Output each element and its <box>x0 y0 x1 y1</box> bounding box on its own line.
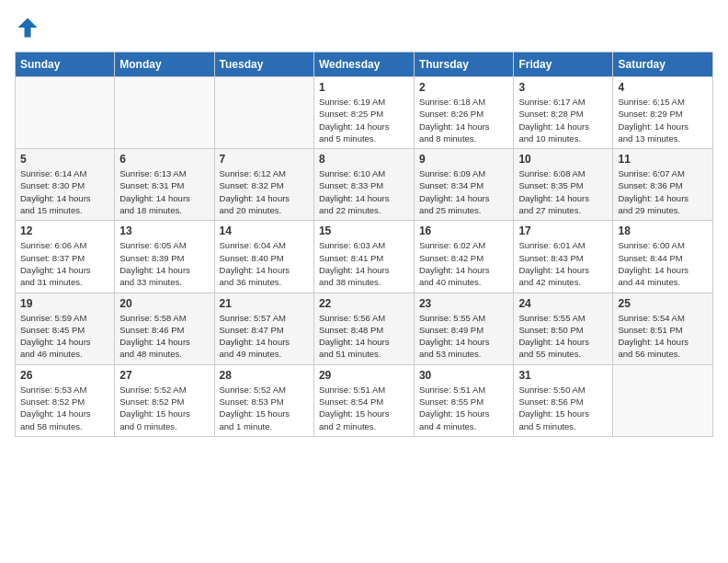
weekday-header-tuesday: Tuesday <box>214 52 313 77</box>
day-number: 20 <box>119 297 209 310</box>
weekday-header-sunday: Sunday <box>16 52 115 77</box>
calendar-cell: 19Sunrise: 5:59 AMSunset: 8:45 PMDayligh… <box>16 293 115 364</box>
weekday-header-monday: Monday <box>115 52 214 77</box>
day-number: 16 <box>419 224 509 237</box>
day-info: Sunrise: 5:56 AMSunset: 8:48 PMDaylight:… <box>319 312 409 361</box>
week-row-3: 12Sunrise: 6:06 AMSunset: 8:37 PMDayligh… <box>16 221 713 293</box>
calendar-cell: 16Sunrise: 6:02 AMSunset: 8:42 PMDayligh… <box>414 221 514 293</box>
calendar-cell: 21Sunrise: 5:57 AMSunset: 8:47 PMDayligh… <box>214 293 313 364</box>
weekday-header-thursday: Thursday <box>414 52 514 77</box>
day-info: Sunrise: 6:07 AMSunset: 8:36 PMDaylight:… <box>618 167 708 216</box>
day-number: 13 <box>119 224 209 237</box>
day-info: Sunrise: 6:15 AMSunset: 8:29 PMDaylight:… <box>618 96 708 144</box>
calendar-cell <box>16 77 115 149</box>
week-row-4: 19Sunrise: 5:59 AMSunset: 8:45 PMDayligh… <box>16 293 713 364</box>
day-number: 18 <box>618 224 708 237</box>
calendar-cell: 31Sunrise: 5:50 AMSunset: 8:56 PMDayligh… <box>514 364 613 436</box>
calendar-cell: 2Sunrise: 6:18 AMSunset: 8:26 PMDaylight… <box>414 77 514 149</box>
day-info: Sunrise: 6:00 AMSunset: 8:44 PMDaylight:… <box>618 239 708 288</box>
calendar-cell: 26Sunrise: 5:53 AMSunset: 8:52 PMDayligh… <box>16 364 115 436</box>
calendar-cell: 9Sunrise: 6:09 AMSunset: 8:34 PMDaylight… <box>414 149 514 221</box>
day-info: Sunrise: 6:19 AMSunset: 8:25 PMDaylight:… <box>319 96 409 144</box>
day-number: 23 <box>419 297 509 310</box>
calendar-cell: 8Sunrise: 6:10 AMSunset: 8:33 PMDaylight… <box>313 149 414 221</box>
day-info: Sunrise: 6:14 AMSunset: 8:30 PMDaylight:… <box>20 167 109 216</box>
calendar-cell: 23Sunrise: 5:55 AMSunset: 8:49 PMDayligh… <box>414 293 514 364</box>
day-info: Sunrise: 6:10 AMSunset: 8:33 PMDaylight:… <box>319 167 409 216</box>
day-info: Sunrise: 5:51 AMSunset: 8:55 PMDaylight:… <box>419 384 509 432</box>
day-info: Sunrise: 6:17 AMSunset: 8:28 PMDaylight:… <box>518 96 608 144</box>
weekday-header-friday: Friday <box>514 52 613 77</box>
day-info: Sunrise: 6:09 AMSunset: 8:34 PMDaylight:… <box>419 167 509 216</box>
day-number: 3 <box>518 81 608 94</box>
day-number: 4 <box>618 81 708 94</box>
day-info: Sunrise: 5:59 AMSunset: 8:45 PMDaylight:… <box>20 312 109 361</box>
day-number: 5 <box>20 153 109 166</box>
day-info: Sunrise: 6:04 AMSunset: 8:40 PMDaylight:… <box>220 239 309 288</box>
calendar-cell <box>115 77 214 149</box>
day-number: 2 <box>419 81 509 94</box>
weekday-header-row: SundayMondayTuesdayWednesdayThursdayFrid… <box>16 52 713 77</box>
calendar-cell: 27Sunrise: 5:52 AMSunset: 8:52 PMDayligh… <box>115 364 214 436</box>
weekday-header-saturday: Saturday <box>613 52 713 77</box>
calendar-cell <box>613 364 713 436</box>
day-info: Sunrise: 6:06 AMSunset: 8:37 PMDaylight:… <box>20 239 109 288</box>
day-number: 31 <box>518 369 608 382</box>
day-number: 12 <box>20 224 109 237</box>
calendar-cell: 20Sunrise: 5:58 AMSunset: 8:46 PMDayligh… <box>115 293 214 364</box>
day-number: 24 <box>518 297 608 310</box>
day-info: Sunrise: 6:08 AMSunset: 8:35 PMDaylight:… <box>518 167 608 216</box>
calendar-cell: 11Sunrise: 6:07 AMSunset: 8:36 PMDayligh… <box>613 149 713 221</box>
day-number: 6 <box>119 153 209 166</box>
day-number: 10 <box>518 153 608 166</box>
week-row-2: 5Sunrise: 6:14 AMSunset: 8:30 PMDaylight… <box>16 149 713 221</box>
calendar-cell: 6Sunrise: 6:13 AMSunset: 8:31 PMDaylight… <box>115 149 214 221</box>
day-number: 15 <box>319 224 409 237</box>
day-info: Sunrise: 5:53 AMSunset: 8:52 PMDaylight:… <box>20 384 109 432</box>
day-number: 26 <box>20 369 109 382</box>
day-info: Sunrise: 6:13 AMSunset: 8:31 PMDaylight:… <box>119 167 209 216</box>
page-header <box>15 15 713 40</box>
day-number: 25 <box>618 297 708 310</box>
svg-marker-0 <box>18 18 38 38</box>
day-number: 9 <box>419 153 509 166</box>
day-info: Sunrise: 6:01 AMSunset: 8:43 PMDaylight:… <box>518 239 608 288</box>
day-info: Sunrise: 5:57 AMSunset: 8:47 PMDaylight:… <box>220 312 309 361</box>
day-info: Sunrise: 6:02 AMSunset: 8:42 PMDaylight:… <box>419 239 509 288</box>
calendar-cell: 17Sunrise: 6:01 AMSunset: 8:43 PMDayligh… <box>514 221 613 293</box>
day-info: Sunrise: 5:58 AMSunset: 8:46 PMDaylight:… <box>119 312 209 361</box>
day-info: Sunrise: 6:05 AMSunset: 8:39 PMDaylight:… <box>119 239 209 288</box>
day-number: 1 <box>319 81 409 94</box>
calendar-cell: 29Sunrise: 5:51 AMSunset: 8:54 PMDayligh… <box>313 364 414 436</box>
week-row-5: 26Sunrise: 5:53 AMSunset: 8:52 PMDayligh… <box>16 364 713 436</box>
day-number: 28 <box>220 369 309 382</box>
calendar-cell: 15Sunrise: 6:03 AMSunset: 8:41 PMDayligh… <box>313 221 414 293</box>
calendar-cell: 24Sunrise: 5:55 AMSunset: 8:50 PMDayligh… <box>514 293 613 364</box>
day-number: 27 <box>119 369 209 382</box>
weekday-header-wednesday: Wednesday <box>313 52 414 77</box>
day-number: 8 <box>319 153 409 166</box>
calendar-table: SundayMondayTuesdayWednesdayThursdayFrid… <box>15 52 713 437</box>
calendar-cell: 28Sunrise: 5:52 AMSunset: 8:53 PMDayligh… <box>214 364 313 436</box>
calendar-cell: 13Sunrise: 6:05 AMSunset: 8:39 PMDayligh… <box>115 221 214 293</box>
day-info: Sunrise: 5:50 AMSunset: 8:56 PMDaylight:… <box>518 384 608 432</box>
day-info: Sunrise: 5:52 AMSunset: 8:53 PMDaylight:… <box>220 384 309 432</box>
day-info: Sunrise: 5:55 AMSunset: 8:50 PMDaylight:… <box>518 312 608 361</box>
day-info: Sunrise: 5:54 AMSunset: 8:51 PMDaylight:… <box>618 312 708 361</box>
day-number: 22 <box>319 297 409 310</box>
day-number: 17 <box>518 224 608 237</box>
day-info: Sunrise: 5:51 AMSunset: 8:54 PMDaylight:… <box>319 384 409 432</box>
logo-icon <box>15 15 40 40</box>
calendar-cell: 12Sunrise: 6:06 AMSunset: 8:37 PMDayligh… <box>16 221 115 293</box>
calendar-cell: 22Sunrise: 5:56 AMSunset: 8:48 PMDayligh… <box>313 293 414 364</box>
calendar-cell: 18Sunrise: 6:00 AMSunset: 8:44 PMDayligh… <box>613 221 713 293</box>
calendar-cell: 30Sunrise: 5:51 AMSunset: 8:55 PMDayligh… <box>414 364 514 436</box>
day-number: 29 <box>319 369 409 382</box>
logo <box>15 15 42 40</box>
day-number: 19 <box>20 297 109 310</box>
calendar-cell: 1Sunrise: 6:19 AMSunset: 8:25 PMDaylight… <box>313 77 414 149</box>
day-info: Sunrise: 6:12 AMSunset: 8:32 PMDaylight:… <box>220 167 309 216</box>
calendar-cell: 7Sunrise: 6:12 AMSunset: 8:32 PMDaylight… <box>214 149 313 221</box>
day-number: 14 <box>220 224 309 237</box>
day-number: 30 <box>419 369 509 382</box>
